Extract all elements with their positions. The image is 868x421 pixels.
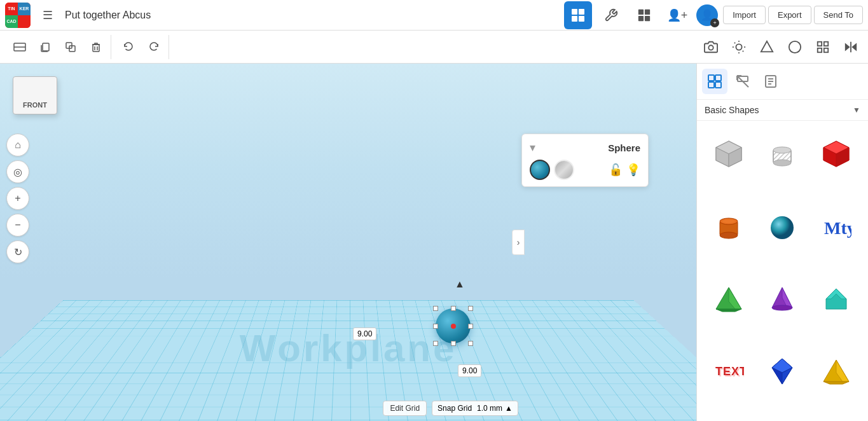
add-person-button[interactable]: 👤+: [663, 1, 691, 29]
shape-box-red[interactable]: [812, 128, 860, 179]
view-cube[interactable]: FRONT: [13, 76, 64, 127]
svg-rect-29: [824, 48, 828, 52]
property-panel-header: ▾ Sphere: [530, 141, 640, 155]
ruler-panel-tab[interactable]: [730, 69, 755, 94]
workplane-container: [0, 64, 696, 421]
dimension-x: 9.00: [353, 328, 376, 340]
redo-button[interactable]: [142, 35, 166, 59]
svg-rect-36: [715, 82, 721, 88]
canvas-area[interactable]: Workplane FRONT ⌂ ◎ + − ↻ ▲: [0, 64, 696, 421]
tools-button[interactable]: [597, 1, 625, 29]
snap-value: 1.0 mm: [477, 404, 502, 413]
shape-roof-teal[interactable]: [812, 273, 860, 324]
shape-gem-blue[interactable]: [758, 346, 806, 397]
camera-button[interactable]: [699, 35, 723, 59]
svg-rect-1: [579, 9, 584, 15]
grid-button[interactable]: [811, 35, 835, 59]
top-bar: TIN KER CAD ☰ Put together Abcus 👤+ 👤 + …: [0, 0, 868, 31]
svg-marker-75: [823, 382, 849, 384]
svg-point-66: [772, 305, 792, 310]
handle-tm[interactable]: [451, 306, 456, 311]
svg-line-20: [734, 42, 735, 43]
zoom-in-button[interactable]: +: [6, 187, 29, 210]
grid-view-button[interactable]: [564, 1, 592, 29]
handle-bm[interactable]: [451, 341, 456, 346]
svg-rect-33: [708, 75, 714, 81]
hole-color-swatch[interactable]: [554, 160, 574, 180]
menu-list-icon[interactable]: ☰: [36, 3, 60, 27]
handle-tr[interactable]: [468, 306, 473, 311]
svg-rect-5: [645, 9, 650, 14]
shape-pyramid-green[interactable]: [705, 273, 753, 324]
handle-br[interactable]: [468, 341, 473, 346]
workplane-button[interactable]: [8, 35, 32, 59]
handle-bl[interactable]: [433, 341, 438, 346]
sphere-object[interactable]: [436, 308, 471, 343]
shape-cylinder-gray[interactable]: [758, 128, 806, 179]
svg-text:Mty: Mty: [824, 218, 851, 238]
shape-cone-purple[interactable]: [758, 273, 806, 324]
mirror-button[interactable]: [839, 35, 863, 59]
svg-point-25: [789, 41, 801, 52]
snap-chevron[interactable]: ▲: [505, 404, 513, 413]
circle-select-button[interactable]: [783, 35, 807, 59]
transform-tools: [5, 35, 111, 59]
lock-button[interactable]: 🔓: [609, 163, 623, 177]
center-dot: [451, 324, 456, 329]
shape-box[interactable]: [705, 128, 753, 179]
panel-collapse-button[interactable]: ▾: [530, 141, 535, 155]
panel-toggle-button[interactable]: ›: [512, 230, 525, 255]
edit-grid-button[interactable]: Edit Grid: [383, 401, 427, 416]
svg-rect-0: [572, 9, 577, 15]
svg-marker-32: [853, 44, 857, 50]
svg-point-17: [736, 44, 741, 50]
edit-toolbar: [0, 31, 868, 64]
grid-panel-tab[interactable]: [702, 69, 727, 94]
svg-line-21: [743, 50, 743, 51]
visibility-button[interactable]: 💡: [626, 163, 640, 177]
duplicate-button[interactable]: [59, 35, 83, 59]
sphere-3d[interactable]: [436, 308, 471, 343]
right-panel: Basic Shapes ▼: [696, 64, 868, 421]
workplane-grid: [0, 300, 696, 421]
tinkercad-logo[interactable]: TIN KER CAD: [5, 3, 31, 28]
svg-rect-35: [708, 82, 714, 88]
shape-cylinder-orange[interactable]: [705, 201, 753, 252]
shapes-button[interactable]: [755, 35, 779, 59]
home-view-button[interactable]: ⌂: [6, 134, 29, 156]
svg-rect-34: [715, 75, 721, 81]
orbit-button[interactable]: ↻: [6, 240, 29, 263]
handle-ml[interactable]: [433, 324, 438, 329]
shape-text-blue[interactable]: Mty: [812, 201, 860, 252]
shape-3d-text[interactable]: TEXT TEXT: [705, 346, 753, 397]
import-button[interactable]: Import: [723, 6, 766, 24]
svg-marker-63: [716, 309, 741, 312]
left-tools: ⌂ ◎ + − ↻: [6, 134, 29, 263]
cube-face-front[interactable]: FRONT: [13, 76, 57, 114]
export-button[interactable]: Export: [768, 6, 811, 24]
shape-sphere-blue[interactable]: [758, 201, 806, 252]
view-tools: [699, 35, 863, 59]
handle-tl[interactable]: [433, 306, 438, 311]
shape-pyramid-yellow[interactable]: [812, 346, 860, 397]
svg-text:TEXT: TEXT: [717, 366, 744, 379]
shapes-dropdown[interactable]: Basic Shapes ▼: [697, 100, 868, 121]
delete-button[interactable]: [84, 35, 108, 59]
fit-view-button[interactable]: ◎: [6, 160, 29, 183]
undo-button[interactable]: [116, 35, 141, 59]
bottom-controls: Edit Grid Snap Grid 1.0 mm ▲: [383, 401, 518, 416]
snap-control: Snap Grid 1.0 mm ▲: [432, 401, 518, 416]
send-to-button[interactable]: Send To: [814, 6, 863, 24]
light-button[interactable]: [727, 35, 751, 59]
svg-point-57: [720, 232, 738, 238]
svg-point-49: [773, 147, 791, 153]
handle-mr[interactable]: [468, 324, 473, 329]
snap-label: Snap Grid: [437, 404, 472, 413]
svg-rect-6: [638, 15, 644, 20]
solid-color-swatch[interactable]: [530, 160, 550, 180]
zoom-out-button[interactable]: −: [6, 214, 29, 237]
blocks-button[interactable]: [630, 1, 658, 29]
notes-panel-tab[interactable]: [758, 69, 783, 94]
copy-button[interactable]: [33, 35, 57, 59]
user-avatar[interactable]: 👤 +: [696, 4, 718, 26]
